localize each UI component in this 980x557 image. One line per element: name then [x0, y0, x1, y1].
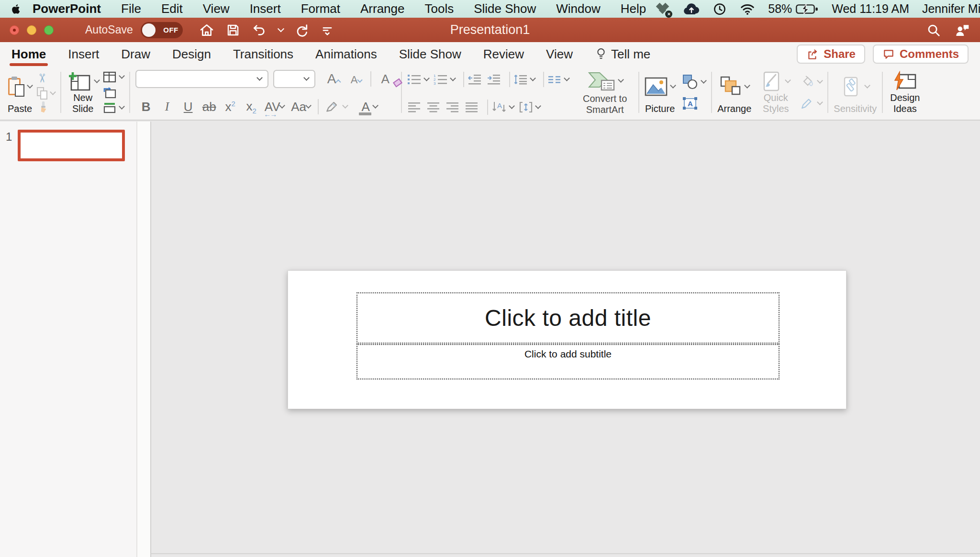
tab-tell-me[interactable]: Tell me: [595, 42, 650, 66]
shape-outline-icon: [800, 97, 814, 110]
undo-menu-chevron[interactable]: [278, 25, 284, 32]
redo-button[interactable]: [295, 23, 309, 37]
font-name-select[interactable]: [135, 70, 268, 88]
tab-draw[interactable]: Draw: [121, 42, 150, 66]
superscript-button[interactable]: x2: [220, 100, 241, 114]
clear-formatting-button[interactable]: A: [375, 72, 396, 87]
tab-transitions[interactable]: Transitions: [233, 42, 293, 66]
home-button[interactable]: [199, 22, 214, 38]
subscript-button[interactable]: x2: [241, 99, 262, 115]
numbered-list-icon: 123: [434, 73, 448, 86]
save-button[interactable]: [226, 23, 240, 37]
close-button[interactable]: [10, 25, 19, 35]
tab-review[interactable]: Review: [483, 42, 524, 66]
numbering-button[interactable]: 123: [434, 73, 455, 86]
panel-resize-gutter[interactable]: [137, 122, 151, 557]
strikethrough-button[interactable]: ab: [199, 100, 220, 114]
shapes-button[interactable]: [682, 74, 706, 89]
zoom-button[interactable]: [44, 25, 54, 35]
share-button[interactable]: Share: [797, 45, 865, 64]
presence-people-icon[interactable]: [954, 22, 970, 38]
slide-thumbnail-1[interactable]: [18, 130, 125, 161]
battery-percent: 58%: [768, 2, 792, 16]
tab-view[interactable]: View: [546, 42, 573, 66]
slide-canvas[interactable]: Click to add title Click to add subtitle: [288, 270, 846, 409]
comments-button[interactable]: Comments: [873, 45, 969, 64]
increase-font-button[interactable]: A: [322, 71, 345, 87]
sensitivity-button[interactable]: Sensitivity: [834, 70, 877, 115]
time-machine-icon[interactable]: [713, 2, 727, 16]
menubar-item-help[interactable]: Help: [611, 1, 656, 16]
justify-button[interactable]: [465, 101, 479, 113]
menubar-item-powerpoint[interactable]: PowerPoint: [25, 1, 111, 16]
menubar-item-window[interactable]: Window: [546, 1, 610, 16]
font-color-button[interactable]: A: [355, 100, 376, 114]
line-spacing-icon: [513, 73, 528, 86]
fast-user-switch[interactable]: Jennifer Miquel: [922, 2, 980, 16]
increase-indent-button[interactable]: [487, 73, 501, 86]
bullets-button[interactable]: [407, 73, 429, 86]
picture-button[interactable]: Picture: [645, 70, 675, 115]
dropbox-sync-icon[interactable]: ×: [656, 2, 670, 16]
paste-button[interactable]: Paste: [8, 70, 32, 115]
columns-button[interactable]: [547, 74, 569, 85]
menubar-item-edit[interactable]: Edit: [151, 1, 193, 16]
menubar-item-file[interactable]: File: [111, 1, 151, 16]
reset-slide-button[interactable]: [103, 86, 124, 99]
slide-layout-button[interactable]: [103, 71, 124, 83]
copy-button[interactable]: [37, 87, 55, 100]
align-text-vertical-button[interactable]: [519, 101, 540, 113]
align-left-button[interactable]: [407, 101, 422, 113]
menubar-item-format[interactable]: Format: [291, 1, 350, 16]
tab-insert[interactable]: Insert: [68, 42, 99, 66]
underline-button[interactable]: U: [178, 100, 199, 114]
text-box-button[interactable]: A: [682, 96, 706, 111]
line-spacing-button[interactable]: [513, 73, 535, 86]
font-size-select[interactable]: [273, 70, 315, 88]
autosave-toggle[interactable]: OFF: [141, 22, 183, 38]
apple-menu[interactable]: [8, 3, 25, 15]
design-ideas-button[interactable]: Design Ideas: [888, 70, 922, 115]
arrange-button[interactable]: Arrange: [717, 70, 751, 115]
quick-styles-button[interactable]: Quick Styles: [757, 70, 794, 115]
search-icon[interactable]: [926, 23, 941, 37]
align-right-button[interactable]: [445, 101, 460, 113]
decrease-indent-button[interactable]: [468, 73, 482, 86]
font-group: A A A B I U ab x2 x2 AV←→ Aa: [135, 70, 396, 115]
tab-design[interactable]: Design: [172, 42, 211, 66]
wifi-icon[interactable]: [740, 3, 755, 15]
menubar-clock[interactable]: Wed 11:19 AM: [832, 2, 909, 16]
menubar-item-insert[interactable]: Insert: [240, 1, 291, 16]
new-slide-button[interactable]: New Slide: [67, 70, 99, 115]
highlight-pen-button[interactable]: [325, 100, 347, 113]
reset-icon: [103, 86, 116, 99]
decrease-font-button[interactable]: A: [345, 72, 367, 87]
customize-toolbar-button[interactable]: [321, 23, 334, 37]
subtitle-placeholder[interactable]: Click to add subtitle: [356, 344, 780, 379]
menubar-item-arrange[interactable]: Arrange: [350, 1, 415, 16]
section-button[interactable]: [103, 102, 124, 113]
battery-charging-icon[interactable]: [796, 3, 819, 15]
format-painter-button[interactable]: [37, 101, 55, 113]
menubar-item-tools[interactable]: Tools: [415, 1, 464, 16]
change-case-button[interactable]: Aa: [288, 100, 309, 114]
character-spacing-button[interactable]: AV←→: [262, 100, 283, 114]
convert-smartart-button[interactable]: Convert to SmartArt: [577, 70, 633, 115]
minimize-button[interactable]: [27, 25, 36, 35]
text-direction-button[interactable]: A: [491, 101, 514, 113]
title-placeholder[interactable]: Click to add title: [356, 292, 780, 344]
cloud-upload-icon[interactable]: [683, 3, 700, 15]
menubar-item-view[interactable]: View: [193, 1, 240, 16]
shape-fill-button[interactable]: [800, 76, 822, 88]
align-center-button[interactable]: [426, 101, 441, 113]
italic-button[interactable]: I: [156, 100, 178, 114]
tab-animations[interactable]: Animations: [315, 42, 377, 66]
cut-button[interactable]: ✂: [37, 71, 55, 85]
quick-styles-icon: [761, 71, 782, 92]
bold-button[interactable]: B: [135, 100, 156, 114]
tab-home[interactable]: Home: [11, 42, 46, 66]
tab-slide-show[interactable]: Slide Show: [399, 42, 461, 66]
undo-button[interactable]: [252, 23, 267, 37]
menubar-item-slide-show[interactable]: Slide Show: [464, 1, 546, 16]
shape-outline-button[interactable]: [800, 97, 822, 110]
